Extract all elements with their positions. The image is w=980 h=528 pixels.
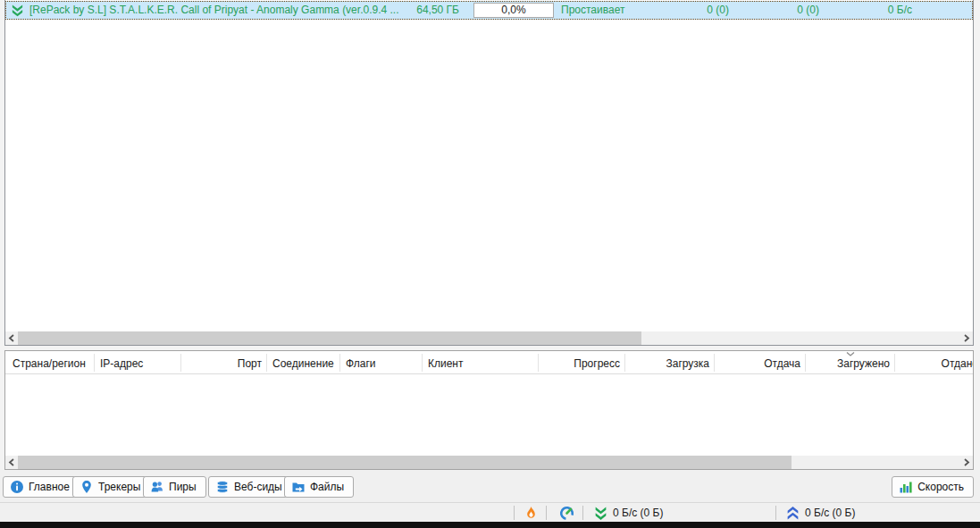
speed-button[interactable]: Скорость bbox=[892, 476, 974, 498]
statusbar-divider bbox=[775, 506, 776, 520]
tab-webseeds[interactable]: Веб-сиды bbox=[208, 476, 292, 498]
column-divider bbox=[894, 354, 895, 372]
scroll-right-icon[interactable] bbox=[960, 456, 973, 469]
upload-arrows-icon bbox=[785, 506, 800, 521]
map-pin-icon bbox=[80, 480, 94, 494]
column-header-upload[interactable]: Отдача bbox=[715, 351, 806, 374]
torrent-seeds: 0 (0) bbox=[658, 1, 729, 20]
tab-general[interactable]: Главное bbox=[3, 476, 80, 498]
scroll-left-icon[interactable] bbox=[5, 331, 18, 345]
scrollbar-thumb[interactable] bbox=[18, 456, 792, 469]
bar-chart-icon bbox=[899, 480, 913, 494]
connection-gauge-icon bbox=[559, 506, 574, 521]
web-seeds-icon bbox=[215, 480, 230, 494]
column-header-country[interactable]: Страна/регион bbox=[7, 351, 95, 374]
torrent-name: [RePack by S.L] S.T.A.L.K.E.R. Call of P… bbox=[29, 1, 399, 20]
column-divider bbox=[266, 354, 267, 372]
torrent-row[interactable]: [RePack by S.L] S.T.A.L.K.E.R. Call of P… bbox=[5, 1, 973, 20]
column-divider bbox=[180, 354, 181, 372]
files-icon bbox=[291, 480, 306, 494]
detail-tab-bar: Главное Трекеры Пиры bbox=[0, 470, 980, 502]
info-icon bbox=[10, 480, 24, 494]
column-divider bbox=[714, 354, 715, 372]
torrent-peers: 0 (0) bbox=[748, 1, 819, 20]
column-header-ip[interactable]: IP-адрес bbox=[95, 351, 181, 374]
tab-label: Веб-сиды bbox=[234, 481, 282, 493]
torrent-dl-speed: 0 Б/с bbox=[841, 1, 912, 20]
column-header-progress[interactable]: Прогресс bbox=[539, 351, 625, 374]
scroll-right-icon[interactable] bbox=[960, 331, 973, 345]
tab-files[interactable]: Файлы bbox=[284, 476, 354, 498]
column-divider bbox=[624, 354, 625, 372]
tab-label: Главное bbox=[29, 481, 70, 493]
column-header-uploaded[interactable]: Отдано bbox=[895, 351, 974, 374]
peers-panel: Страна/регион IP-адрес Порт Соединение Ф… bbox=[4, 350, 974, 470]
statusbar-divider bbox=[514, 506, 515, 520]
tab-peers[interactable]: Пиры bbox=[143, 476, 206, 498]
column-header-download[interactable]: Загрузка bbox=[625, 351, 715, 374]
column-header-connection[interactable]: Соединение bbox=[267, 351, 340, 374]
column-divider bbox=[422, 354, 423, 372]
flame-icon bbox=[524, 506, 539, 521]
column-divider bbox=[94, 354, 95, 372]
torrent-size: 64,50 ГБ bbox=[370, 1, 459, 20]
torrent-progress-value: 0,0% bbox=[501, 4, 525, 16]
torrent-list-hscrollbar[interactable] bbox=[5, 331, 973, 345]
sort-chevron-icon bbox=[845, 351, 856, 357]
tab-label: Трекеры bbox=[98, 481, 140, 493]
column-header-flags[interactable]: Флаги bbox=[340, 351, 423, 374]
status-bar: 0 Б/с (0 Б) 0 Б/с (0 Б) bbox=[0, 502, 980, 522]
torrent-status: Простаивает bbox=[561, 1, 668, 20]
tab-trackers[interactable]: Трекеры bbox=[72, 476, 150, 498]
column-header-port[interactable]: Порт bbox=[181, 351, 267, 374]
scroll-left-icon[interactable] bbox=[5, 456, 18, 469]
screen-edge-strip bbox=[0, 522, 980, 528]
peers-table-header: Страна/регион IP-адрес Порт Соединение Ф… bbox=[5, 351, 974, 374]
speed-button-label: Скорость bbox=[917, 481, 964, 493]
statusbar-divider bbox=[582, 506, 583, 520]
scrollbar-thumb[interactable] bbox=[18, 331, 641, 345]
statusbar-divider bbox=[546, 506, 547, 520]
torrent-list-panel: [RePack by S.L] S.T.A.L.K.E.R. Call of P… bbox=[4, 0, 974, 346]
queued-download-chevrons-icon bbox=[11, 4, 24, 17]
tab-label: Пиры bbox=[169, 481, 197, 493]
download-speed-status[interactable]: 0 Б/с (0 Б) bbox=[613, 503, 663, 523]
column-divider bbox=[805, 354, 806, 372]
tab-label: Файлы bbox=[310, 481, 344, 493]
column-divider bbox=[538, 354, 539, 372]
peers-icon bbox=[150, 480, 164, 494]
column-divider bbox=[339, 354, 340, 372]
column-header-client[interactable]: Клиент bbox=[423, 351, 539, 374]
download-arrows-icon bbox=[593, 506, 608, 521]
torrent-progress-bar: 0,0% bbox=[473, 3, 554, 18]
upload-speed-status[interactable]: 0 Б/с (0 Б) bbox=[805, 503, 855, 523]
torrent-client-window: [RePack by S.L] S.T.A.L.K.E.R. Call of P… bbox=[0, 0, 980, 528]
peers-hscrollbar[interactable] bbox=[5, 456, 973, 469]
